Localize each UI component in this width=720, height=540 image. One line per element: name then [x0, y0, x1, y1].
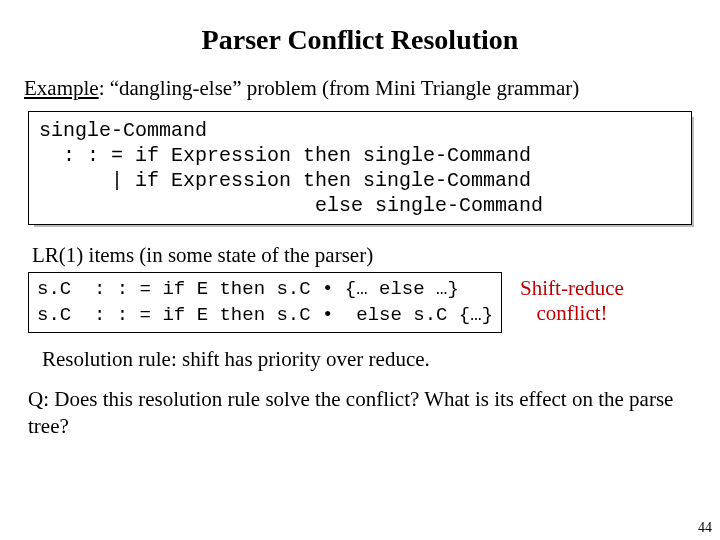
conflict-line-2: conflict! [536, 301, 607, 325]
lr-items-caption: LR(1) items (in some state of the parser… [32, 243, 696, 268]
slide-title: Parser Conflict Resolution [24, 24, 696, 56]
example-line: Example: “dangling-else” problem (from M… [24, 76, 696, 101]
grammar-text: single-Command : : = if Expression then … [28, 111, 692, 225]
question-text: Q: Does this resolution rule solve the c… [28, 386, 692, 439]
lr-items-box: s.C : : = if E then s.C • {… else …} s.C… [28, 272, 502, 333]
conflict-line-1: Shift-reduce [520, 276, 624, 300]
conflict-callout: Shift-reduce conflict! [520, 272, 624, 326]
example-rest: : “dangling-else” problem (from Mini Tri… [99, 76, 580, 100]
example-label: Example [24, 76, 99, 100]
grammar-box: single-Command : : = if Expression then … [28, 111, 692, 225]
lr-items-row: s.C : : = if E then s.C • {… else …} s.C… [28, 272, 692, 333]
resolution-rule: Resolution rule: shift has priority over… [42, 347, 696, 372]
page-number: 44 [698, 520, 712, 536]
